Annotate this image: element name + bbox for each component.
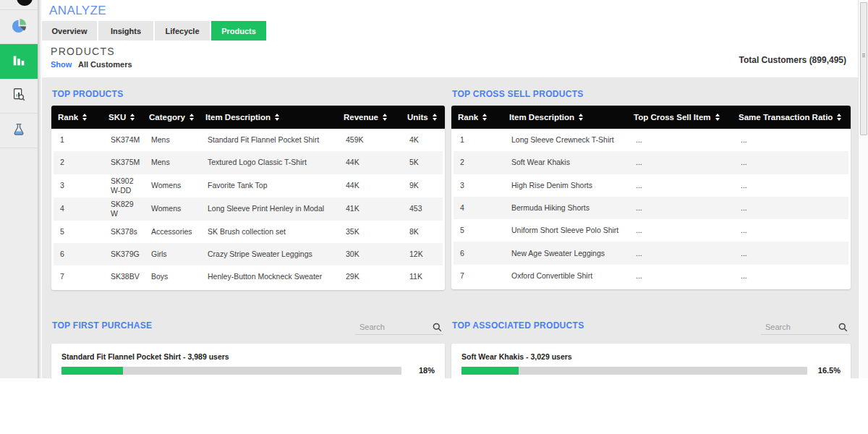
table-row[interactable]: 2SK375MMensTextured Logo Classic T-Shirt…: [54, 151, 443, 174]
table-cell: ...: [629, 247, 734, 260]
table-cell: Textured Logo Classic T-Shirt: [201, 156, 339, 169]
table-row[interactable]: 4Bermuda Hiking Shorts......: [454, 197, 848, 219]
table-cell: 41K: [339, 202, 403, 216]
table-cell: 7: [54, 270, 104, 284]
table-cell: ...: [734, 179, 848, 192]
column-label: Units: [407, 113, 428, 122]
table-row[interactable]: 5Uniform Short Sleeve Polo Shirt......: [454, 219, 848, 242]
table-cell: 6: [54, 247, 104, 261]
table-cell: 5: [54, 225, 104, 239]
table-row[interactable]: 1SK374MMensStandard Fit Flannel Pocket S…: [54, 129, 443, 151]
column-header-sku[interactable]: SKU: [102, 113, 142, 122]
table-cell: Girls: [145, 247, 201, 261]
table-row[interactable]: 3High Rise Denim Shorts......: [454, 174, 848, 197]
tab-products[interactable]: Products: [211, 21, 268, 41]
column-header-same-transaction-ratio[interactable]: Same Transaction Ratio: [732, 113, 851, 122]
tab-overview[interactable]: Overview: [42, 21, 98, 41]
table-cell: 3: [454, 179, 505, 192]
table-cell: Womens: [145, 202, 201, 216]
top-cross-sell-section: TOP CROSS SELL PRODUCTS RankItem Descrip…: [451, 89, 851, 289]
search-icon: [433, 323, 442, 332]
table-cell: Long Sleeve Print Henley in Modal: [201, 202, 339, 216]
customer-filter[interactable]: Show All Customers: [51, 60, 132, 69]
table-cell: ...: [629, 179, 734, 192]
table-cell: ...: [629, 269, 734, 283]
table-cell: 5: [454, 224, 505, 237]
column-header-category[interactable]: Category: [142, 113, 199, 122]
table-cell: Womens: [145, 179, 201, 192]
column-label: Item Description: [509, 113, 574, 122]
table-row[interactable]: 3SK902W-DDWomensFavorite Tank Top44K9K: [54, 174, 443, 197]
percent-label: 18%: [401, 366, 435, 375]
table-row[interactable]: 7SK38BVBoysHenley-Button Mockneck Sweate…: [54, 265, 443, 288]
tab-insights[interactable]: Insights: [98, 21, 155, 41]
associated-search: [761, 320, 849, 335]
section-title: PRODUCTS: [51, 46, 115, 57]
pie-chart-icon: [11, 17, 27, 37]
table-cell: 44K: [339, 179, 403, 192]
filter-value[interactable]: All Customers: [78, 60, 132, 69]
table-row[interactable]: 7Oxford Convertible Shirt......: [454, 265, 848, 287]
search-input[interactable]: [355, 323, 433, 333]
bar-label: Standard Fit Flannel Pocket Shirt - 3,98…: [61, 352, 435, 361]
title-bar: ANALYZE: [42, 0, 858, 21]
sidebar-nav: [0, 9, 38, 148]
flask-icon: [11, 122, 27, 140]
column-header-units[interactable]: Units: [401, 113, 445, 122]
first-purchase-card: Standard Fit Flannel Pocket Shirt - 3,98…: [51, 344, 445, 378]
sort-icon: [482, 114, 487, 121]
sidebar-item-reports[interactable]: [0, 79, 38, 114]
progress-fill: [61, 367, 123, 375]
top-products-section: TOP PRODUCTS RankSKUCategoryItem Descrip…: [51, 89, 445, 290]
table-cell: Long Sleeve Crewneck T-Shirt: [505, 133, 629, 147]
main-area: ANALYZE Overview Insights Lifecycle Prod…: [42, 0, 858, 378]
sidebar-item-analyze[interactable]: [0, 44, 38, 79]
top-cross-sell-heading: TOP CROSS SELL PRODUCTS: [452, 89, 851, 99]
table-cell: 9K: [403, 179, 443, 192]
table-cell: SK38BV: [104, 270, 145, 284]
product-bar-item[interactable]: Standard Fit Flannel Pocket Shirt - 3,98…: [61, 352, 435, 375]
show-link[interactable]: Show: [51, 60, 72, 69]
table-cell: 6: [454, 247, 505, 260]
table-cell: High Rise Denim Shorts: [505, 179, 629, 192]
table-row[interactable]: 6SK379GGirlsCrazy Stripe Sweater Legging…: [54, 243, 443, 265]
tab-bar: Overview Insights Lifecycle Products: [42, 21, 858, 41]
column-header-item-description[interactable]: Item Description: [199, 113, 337, 122]
sidebar-item-overview-charts[interactable]: [0, 9, 38, 44]
column-header-rank[interactable]: Rank: [451, 113, 503, 122]
table-header-row: RankSKUCategoryItem DescriptionRevenueUn…: [51, 106, 445, 129]
sort-icon: [82, 114, 87, 121]
scrollbar[interactable]: [858, 0, 868, 378]
table-cell: 5K: [403, 156, 443, 169]
column-label: SKU: [109, 113, 126, 122]
table-cell: 29K: [339, 270, 403, 284]
tab-lifecycle[interactable]: Lifecycle: [155, 21, 211, 41]
dashboard: ANALYZE Overview Insights Lifecycle Prod…: [0, 0, 868, 378]
table-row[interactable]: 4SK829WWomensLong Sleeve Print Henley in…: [54, 197, 443, 221]
scrollbar-thumb[interactable]: [860, 2, 867, 135]
table-cell: 2: [454, 156, 505, 169]
table-cell: 11K: [403, 270, 443, 284]
column-header-top-cross-sell-item[interactable]: Top Cross Sell Item: [627, 113, 732, 122]
table-cell: ...: [734, 201, 848, 215]
top-products-table: RankSKUCategoryItem DescriptionRevenueUn…: [51, 106, 445, 290]
column-header-rank[interactable]: Rank: [51, 113, 102, 122]
table-row[interactable]: 5SK378sAccessoriesSK Brush collection se…: [54, 221, 443, 243]
table-cell: 459K: [339, 133, 403, 147]
table-cell: Mens: [145, 156, 201, 169]
column-header-revenue[interactable]: Revenue: [337, 113, 401, 122]
sort-icon: [190, 114, 194, 121]
search-input[interactable]: [761, 323, 838, 333]
column-header-item-description[interactable]: Item Description: [503, 113, 627, 122]
sort-icon: [130, 114, 135, 121]
sidebar-item-experiments[interactable]: [0, 114, 38, 148]
table-cell: ...: [629, 201, 734, 215]
product-bar-item[interactable]: Soft Wear Khakis - 3,029 users16.5%: [461, 352, 841, 375]
table-row[interactable]: 6New Age Sweater Leggings......: [454, 242, 848, 264]
table-row[interactable]: 2Soft Wear Khakis......: [454, 151, 848, 174]
sort-icon: [837, 114, 841, 121]
logo[interactable]: [17, 0, 33, 6]
table-cell: 1: [54, 133, 104, 147]
table-cell: SK378s: [104, 225, 145, 239]
table-row[interactable]: 1Long Sleeve Crewneck T-Shirt......: [454, 129, 848, 151]
